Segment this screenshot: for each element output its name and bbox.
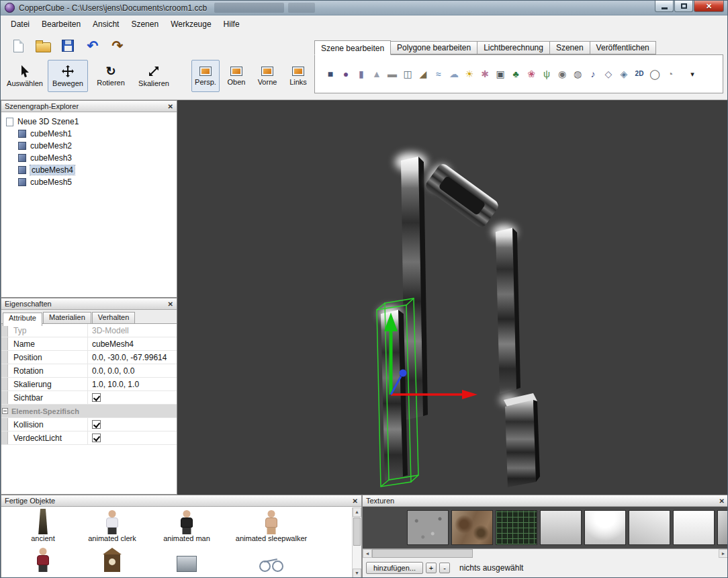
tab-materialien[interactable]: Materialien xyxy=(43,312,91,323)
object-item-animated-sleepwalker[interactable]: animated sleepwalker xyxy=(224,509,318,542)
texture-thumbnail-gray[interactable] xyxy=(540,510,582,545)
scroll-up-icon[interactable]: ▲ xyxy=(353,507,361,517)
flower-icon[interactable]: ❀ xyxy=(526,69,537,79)
collapse-icon[interactable] xyxy=(2,408,8,414)
view-perspective-button[interactable]: Persp. xyxy=(191,60,220,92)
cube-icon[interactable]: ■ xyxy=(325,69,336,79)
cone-icon[interactable]: ▲ xyxy=(371,69,382,79)
save-button[interactable] xyxy=(58,36,77,55)
cylinder-icon[interactable]: ▮ xyxy=(356,69,367,79)
sound-icon[interactable]: ♪ xyxy=(588,69,598,79)
scroll-left-icon[interactable]: ◄ xyxy=(363,549,372,558)
tab-attribute[interactable]: Attribute xyxy=(3,313,42,326)
scrollbar-thumb[interactable] xyxy=(353,518,361,546)
texture-thumbnail-concrete[interactable] xyxy=(407,510,449,545)
menu-werkzeuge[interactable]: Werkzeuge xyxy=(165,17,217,31)
checkbox-checked[interactable] xyxy=(92,393,101,402)
close-button[interactable]: ✕ xyxy=(694,1,724,12)
object-item-animated-clerk[interactable]: animated clerk xyxy=(75,509,149,542)
texture-thumbnail-clouds[interactable] xyxy=(584,510,626,545)
rotate-tool-button[interactable]: ↻ Rotieren xyxy=(91,60,131,92)
checkbox-checked[interactable] xyxy=(92,434,101,442)
open-file-button[interactable] xyxy=(34,36,52,55)
zoom-in-button[interactable]: + xyxy=(426,563,437,573)
objects-vertical-scrollbar[interactable]: ▲ ▼ xyxy=(352,507,361,578)
tree-item-cubemesh2[interactable]: cubeMesh2 xyxy=(1,140,177,152)
scrollbar-thumb[interactable] xyxy=(372,549,473,558)
view-front-button[interactable]: Vorne xyxy=(253,60,281,92)
tab-szenen[interactable]: Szenen xyxy=(550,41,590,54)
panorama-icon[interactable]: ◯ xyxy=(649,69,660,79)
static-mesh-icon[interactable]: ◍ xyxy=(572,69,583,79)
texture-thumbnail-gradient[interactable] xyxy=(717,510,728,545)
tab-lichtberechnung[interactable]: Lichtberechnung xyxy=(477,41,550,54)
dropdown-arrow-icon[interactable]: ▾ xyxy=(687,69,698,79)
redo-button[interactable]: ↷ xyxy=(108,36,127,55)
tree-item-cubemesh3[interactable]: cubeMesh3 xyxy=(1,152,177,164)
texture-thumbnail-green-grid[interactable] xyxy=(496,510,537,545)
menu-bearbeiten[interactable]: Bearbeiten xyxy=(36,17,87,31)
overlay-2d-icon[interactable]: 2D xyxy=(634,69,645,79)
close-icon[interactable]: ✕ xyxy=(168,299,173,310)
gizmo-x-arrowhead[interactable] xyxy=(462,390,477,399)
scroll-right-icon[interactable]: ► xyxy=(719,549,728,558)
grass-icon[interactable]: ψ xyxy=(541,69,552,79)
checkbox-checked[interactable] xyxy=(92,420,101,429)
property-value[interactable]: 0.0, -30.0, -67.99614 xyxy=(87,351,177,364)
scroll-down-icon[interactable]: ▼ xyxy=(353,569,361,578)
property-group-header[interactable]: Element-Spezifisch xyxy=(1,405,177,418)
tab-szene-bearbeiten[interactable]: Szene bearbeiten xyxy=(314,40,391,55)
property-value[interactable]: cubeMesh4 xyxy=(87,337,177,350)
gizmo-z-handle[interactable] xyxy=(400,370,407,377)
view-top-button[interactable]: Oben xyxy=(222,60,251,92)
light-icon[interactable]: ☀ xyxy=(464,69,475,79)
cube-mesh-tilted[interactable] xyxy=(422,160,501,229)
tab-verhalten[interactable]: Verhalten xyxy=(92,312,135,323)
scale-tool-button[interactable]: Skalieren xyxy=(134,60,174,92)
property-value[interactable]: 1.0, 10.0, 1.0 xyxy=(87,378,177,390)
tab-polygone-bearbeiten[interactable]: Polygone bearbeiten xyxy=(391,41,477,54)
camera-icon[interactable]: ▣ xyxy=(495,69,506,79)
viewport-3d[interactable] xyxy=(177,100,728,495)
sphere-icon[interactable]: ● xyxy=(340,69,351,79)
zoom-out-button[interactable]: - xyxy=(439,563,450,573)
terrain-icon[interactable]: ◢ xyxy=(418,69,428,79)
close-icon[interactable]: ✕ xyxy=(353,496,358,507)
tree-item-cubemesh4-selected[interactable]: cubeMesh4 xyxy=(1,164,177,176)
path-icon[interactable]: ◇ xyxy=(603,69,614,79)
move-tool-button[interactable]: Bewegen xyxy=(48,60,88,92)
tree-item-cubemesh5[interactable]: cubeMesh5 xyxy=(1,176,177,188)
object-item-clipped[interactable] xyxy=(75,546,149,572)
titlebar[interactable]: CopperCube - C:\Users\jens\Documents\cro… xyxy=(1,1,727,15)
undo-button[interactable]: ↶ xyxy=(83,36,102,55)
tab-veroeffentlichen[interactable]: Veröffentlichen xyxy=(590,41,656,54)
skybox-icon[interactable]: ☁ xyxy=(449,69,459,79)
property-value[interactable]: 0.0, 0.0, 0.0 xyxy=(87,364,177,377)
texture-thumbnail-clouds2[interactable] xyxy=(629,510,670,545)
menu-szenen[interactable]: Szenen xyxy=(125,17,165,31)
menu-ansicht[interactable]: Ansicht xyxy=(87,17,125,31)
more-primitives-icon[interactable]: ◔ xyxy=(665,69,676,79)
tree-icon[interactable]: ♣ xyxy=(510,69,521,79)
select-tool-button[interactable]: Auswählen xyxy=(5,60,45,92)
textures-horizontal-scrollbar[interactable]: ◄ ► xyxy=(363,548,728,558)
animated-mesh-icon[interactable]: ◉ xyxy=(557,69,567,79)
cube-mesh-box[interactable] xyxy=(505,400,536,487)
view-left-button[interactable]: Links xyxy=(284,60,312,92)
water-icon[interactable]: ≈ xyxy=(433,69,444,79)
plane-icon[interactable]: ▬ xyxy=(387,69,398,79)
menu-datei[interactable]: Datei xyxy=(5,17,36,31)
room-icon[interactable]: ◫ xyxy=(402,69,413,79)
close-icon[interactable]: ✕ xyxy=(168,101,173,112)
object-item-animated-man[interactable]: animated man xyxy=(149,509,224,542)
particle-system-icon[interactable]: ✱ xyxy=(480,69,490,79)
object-item-ancient[interactable]: ancient xyxy=(11,509,75,542)
close-icon[interactable]: ✕ xyxy=(719,496,725,507)
menu-hilfe[interactable]: Hilfe xyxy=(218,17,246,31)
tree-item-cubemesh1[interactable]: cubeMesh1 xyxy=(1,128,177,140)
minimize-button[interactable] xyxy=(655,1,674,12)
object-item-clipped[interactable] xyxy=(11,546,75,572)
maximize-button[interactable] xyxy=(674,1,693,12)
tree-root-item[interactable]: Neue 3D Szene1 xyxy=(1,116,177,128)
object-item-clipped[interactable] xyxy=(224,546,318,572)
